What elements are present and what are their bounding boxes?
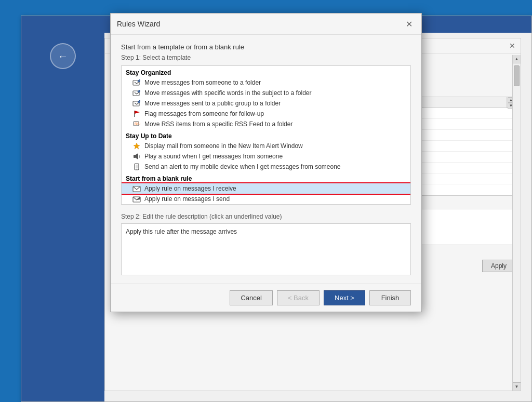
svg-text:RSS: RSS: [135, 122, 140, 126]
template-item-label: Move RSS items from a specific RSS Feed …: [144, 120, 292, 128]
template-item[interactable]: Send an alert to my mobile device when I…: [122, 162, 410, 172]
template-item-label: Apply rule on messages I receive: [144, 185, 236, 192]
svg-text:): ): [139, 154, 140, 158]
svg-marker-16: [134, 143, 140, 149]
move-icon: [132, 89, 141, 97]
send-icon: [132, 195, 141, 203]
wizard-step2-label: Step 2: Edit the rule description (click…: [121, 213, 411, 220]
template-item-label: Send an alert to my mobile device when I…: [144, 163, 341, 170]
template-item[interactable]: Apply rule on messages I receive: [122, 183, 410, 194]
svg-marker-13: [135, 111, 140, 114]
wizard-titlebar: Rules Wizard ✕: [111, 14, 421, 35]
template-item-label: Apply rule on messages I send: [144, 195, 230, 203]
template-item[interactable]: Move messages with specific words in the…: [122, 88, 410, 98]
rules-wizard-dialog: Rules Wizard ✕ Start from a template or …: [110, 13, 422, 312]
star-icon: [132, 142, 141, 150]
template-item[interactable]: Apply rule on messages I send: [122, 194, 410, 204]
template-section-header: Stay Up to Date: [122, 129, 410, 141]
template-item[interactable]: Move messages sent to a public group to …: [122, 98, 410, 109]
template-item-label: Flag messages from someone for follow-up: [144, 110, 264, 117]
rss-icon: RSS: [132, 120, 141, 128]
back-button-wizard[interactable]: < Back: [277, 290, 320, 305]
next-button[interactable]: Next >: [324, 290, 365, 305]
template-item-label: Move messages with specific words in the…: [144, 89, 311, 97]
wizard-step2-textarea: Apply this rule after the message arrive…: [121, 223, 411, 275]
envelope-icon: [132, 185, 141, 192]
wizard-title: Rules Wizard: [117, 20, 160, 28]
wizard-step2-section: Step 2: Edit the rule description (click…: [121, 213, 411, 275]
wizard-body: Start from a template or from a blank ru…: [111, 35, 421, 284]
svg-marker-18: [136, 153, 138, 159]
template-item[interactable]: Flag messages from someone for follow-up: [122, 109, 410, 119]
svg-rect-21: [136, 165, 138, 168]
template-item[interactable]: RSSMove RSS items from a specific RSS Fe…: [122, 119, 410, 129]
wizard-close-button[interactable]: ✕: [403, 18, 415, 30]
move-icon: [132, 100, 141, 107]
cancel-button[interactable]: Cancel: [230, 290, 272, 305]
sound-icon: ): [132, 153, 141, 160]
template-item[interactable]: )Play a sound when I get messages from s…: [122, 151, 410, 162]
template-item-label: Move messages sent to a public group to …: [144, 100, 281, 107]
move-icon: [132, 79, 141, 86]
template-item-label: Play a sound when I get messages from so…: [144, 153, 283, 160]
template-section-header: Start from a blank rule: [122, 172, 410, 183]
template-item-label: Move messages from someone to a folder: [144, 79, 261, 86]
template-list: Stay OrganizedMove messages from someone…: [121, 65, 411, 205]
template-item[interactable]: Display mail from someone in the New Ite…: [122, 141, 410, 151]
flag-icon: [132, 110, 141, 117]
svg-point-22: [136, 169, 137, 170]
wizard-overlay: Rules Wizard ✕ Start from a template or …: [0, 0, 532, 402]
finish-button[interactable]: Finish: [369, 290, 411, 305]
template-item-label: Display mail from someone in the New Ite…: [144, 142, 303, 150]
wizard-subtitle: Start from a template or from a blank ru…: [121, 43, 411, 51]
wizard-footer: Cancel < Back Next > Finish: [111, 284, 421, 312]
template-section-header: Stay Organized: [122, 66, 410, 77]
template-item[interactable]: Move messages from someone to a folder: [122, 77, 410, 88]
wizard-step1-label: Step 1: Select a template: [121, 54, 411, 61]
svg-rect-17: [134, 155, 136, 158]
phone-icon: [132, 163, 141, 170]
